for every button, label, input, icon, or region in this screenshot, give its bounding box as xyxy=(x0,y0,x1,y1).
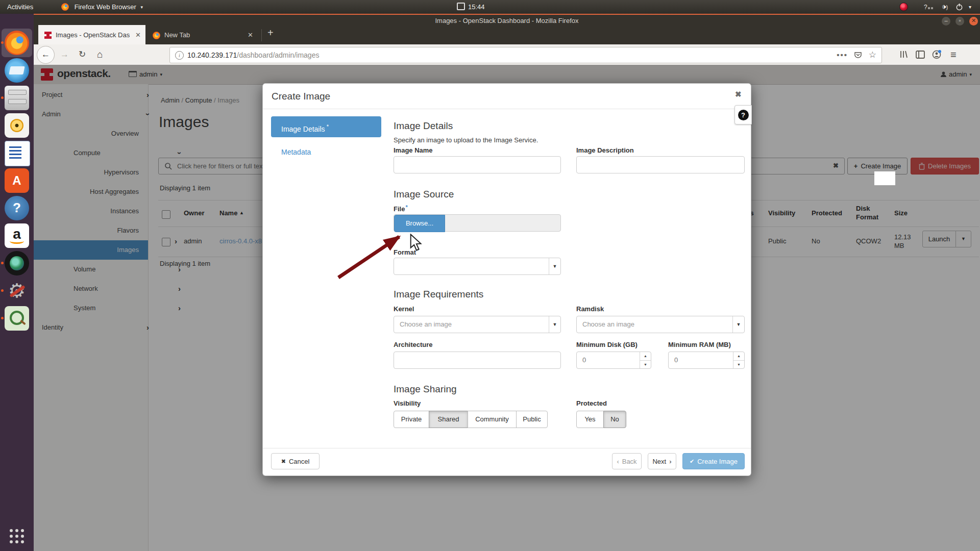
app-menu-label: Firefox Web Browser xyxy=(75,3,136,11)
stepper-arrows[interactable]: ▲▼ xyxy=(733,352,744,368)
sidebar-toggle-icon[interactable] xyxy=(916,44,925,65)
hamburger-menu-icon[interactable]: ≡ xyxy=(950,44,957,65)
modal-close-icon[interactable]: ✖ xyxy=(735,90,742,99)
modal-title: Create Image xyxy=(272,91,330,102)
min-disk-value: 0 xyxy=(582,352,586,368)
settings-tools-icon[interactable]: ⚙ xyxy=(5,279,29,303)
select-arrow-icon: ▼ xyxy=(549,258,560,274)
tab-label: Images - OpenStack Das xyxy=(56,31,132,39)
help-button[interactable]: ? xyxy=(734,105,752,124)
step-label: Image Details xyxy=(281,125,325,133)
protected-button-group: YesNo xyxy=(576,411,626,428)
firefox-titlebar: Images - OpenStack Dashboard - Mozilla F… xyxy=(34,14,980,45)
site-info-icon[interactable]: i xyxy=(175,51,184,60)
clock[interactable]: 15:44 xyxy=(457,0,485,14)
cancel-button[interactable]: ✖Cancel xyxy=(271,453,320,469)
visibility-shared-button[interactable]: Shared xyxy=(429,411,468,428)
show-applications-icon[interactable] xyxy=(9,528,25,544)
power-icon[interactable] xyxy=(955,0,963,14)
pocket-icon[interactable] xyxy=(854,47,862,63)
visibility-label: Visibility xyxy=(394,399,421,407)
image-name-input[interactable] xyxy=(394,156,561,173)
visibility-button-group: PrivateSharedCommunityPublic xyxy=(394,411,548,428)
kernel-label: Kernel xyxy=(394,305,414,313)
help-icon[interactable]: ? xyxy=(5,196,29,220)
library-icon[interactable] xyxy=(899,44,909,65)
maximize-button[interactable]: ▫ xyxy=(955,17,964,26)
file-label: File* xyxy=(394,204,408,213)
check-icon: ✔ xyxy=(690,458,694,465)
min-disk-label: Minimum Disk (GB) xyxy=(576,341,638,348)
back-button[interactable]: ← xyxy=(37,46,55,64)
protected-label: Protected xyxy=(576,399,607,407)
screenshot-camera-icon[interactable] xyxy=(5,251,29,276)
next-label: Next xyxy=(652,458,666,465)
image-tool-icon[interactable] xyxy=(5,306,29,331)
caret-down-icon[interactable]: ▾ xyxy=(969,0,971,14)
thunderbird-icon[interactable] xyxy=(5,58,29,83)
back-button[interactable]: ‹Back xyxy=(612,453,642,469)
url-path: /dashboard/admin/images xyxy=(237,51,319,59)
ubuntu-software-icon[interactable]: A xyxy=(5,168,29,193)
firefox-icon[interactable] xyxy=(5,31,29,55)
question-mark-icon: ? xyxy=(738,110,749,120)
wizard-step-image-details[interactable]: Image Details * xyxy=(271,116,381,137)
cancel-label: Cancel xyxy=(289,458,309,465)
record-icon xyxy=(899,0,908,14)
desktop: Activities Firefox Web Browser ▾ 15:44 ?… xyxy=(0,0,980,551)
min-ram-stepper[interactable]: 0 ▲▼ xyxy=(668,352,745,369)
account-icon[interactable] xyxy=(932,44,941,65)
annotation-arrow xyxy=(322,219,429,291)
stepper-up-icon: ▲ xyxy=(640,352,651,360)
visibility-community-button[interactable]: Community xyxy=(468,411,517,428)
caret-down-icon: ▾ xyxy=(140,1,143,14)
minimize-button[interactable]: – xyxy=(942,17,950,26)
new-tab-button[interactable]: + xyxy=(267,27,274,39)
forward-button[interactable]: → xyxy=(60,44,69,65)
min-disk-stepper[interactable]: 0 ▲▼ xyxy=(576,352,651,369)
network-status-icon[interactable]: ? xyxy=(924,0,934,14)
select-arrow-icon: ▼ xyxy=(549,316,560,333)
modal-footer-divider xyxy=(263,448,751,448)
next-button[interactable]: Next› xyxy=(648,453,676,469)
ubuntu-dock: A ? a ⚙ xyxy=(0,14,34,551)
render-artifact xyxy=(874,171,895,185)
tab-close-icon[interactable]: ✕ xyxy=(135,31,141,39)
protected-no-button[interactable]: No xyxy=(603,411,626,428)
stepper-up-icon: ▲ xyxy=(733,352,744,360)
amazon-icon[interactable]: a xyxy=(5,223,29,248)
stepper-arrows[interactable]: ▲▼ xyxy=(640,352,651,368)
visibility-public-button[interactable]: Public xyxy=(516,411,548,428)
url-bar[interactable]: i 10.240.239.171/dashboard/admin/images … xyxy=(169,47,882,63)
tab-openstack-images[interactable]: Images - OpenStack Das ✕ xyxy=(38,25,145,45)
activities-button[interactable]: Activities xyxy=(7,0,33,14)
required-star: * xyxy=(405,204,407,210)
bookmark-star-icon[interactable]: ☆ xyxy=(869,47,876,63)
clock-label: 15:44 xyxy=(468,3,485,11)
tab-separator xyxy=(261,29,262,41)
kernel-select[interactable]: Choose an image ▼ xyxy=(394,316,561,333)
mouse-cursor xyxy=(409,234,424,251)
volume-icon[interactable]: 🕩) xyxy=(942,0,948,14)
tab-close-icon[interactable]: ✕ xyxy=(248,31,253,39)
ramdisk-label: Ramdisk xyxy=(576,305,604,313)
visibility-private-button[interactable]: Private xyxy=(394,411,429,428)
app-menu[interactable]: Firefox Web Browser ▾ xyxy=(61,0,143,14)
running-indicator xyxy=(1,41,4,44)
protected-yes-button[interactable]: Yes xyxy=(576,411,604,428)
image-description-input[interactable] xyxy=(576,156,745,173)
close-button[interactable]: ✕ xyxy=(969,17,978,26)
page-actions-icon[interactable]: ••• xyxy=(837,47,848,63)
architecture-input[interactable] xyxy=(394,352,561,369)
ramdisk-select[interactable]: Choose an image ▼ xyxy=(576,316,745,333)
rhythmbox-icon[interactable] xyxy=(5,113,29,138)
reload-button[interactable]: ↻ xyxy=(79,44,86,65)
home-button[interactable]: ⌂ xyxy=(97,44,103,65)
wizard-step-metadata[interactable]: Metadata xyxy=(281,148,311,156)
tab-new-tab[interactable]: New Tab ✕ xyxy=(148,25,260,45)
files-icon[interactable] xyxy=(5,86,29,110)
create-image-submit-button[interactable]: ✔Create Image xyxy=(682,453,745,469)
libreoffice-writer-icon[interactable] xyxy=(5,141,30,166)
section-heading-image-sharing: Image Sharing xyxy=(394,384,457,395)
min-ram-value: 0 xyxy=(674,352,678,368)
